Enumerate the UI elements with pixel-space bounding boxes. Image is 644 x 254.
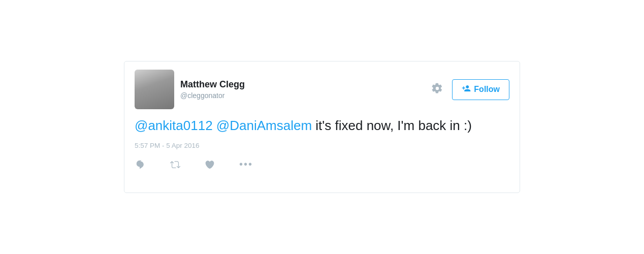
like-icon: [205, 160, 215, 170]
gear-icon: [432, 83, 443, 97]
tweet-header: Matthew Clegg @cleggonator Follow: [135, 70, 509, 109]
tweet-body: @ankita0112 @DaniAmsalem it's fixed now,…: [135, 116, 509, 135]
tweet-card: Matthew Clegg @cleggonator Follow: [124, 61, 520, 193]
follow-person-icon: [462, 84, 471, 93]
tweet-body-text: it's fixed now, I'm back in :): [312, 118, 472, 133]
follow-icon: [462, 84, 471, 96]
gear-svg: [432, 83, 443, 94]
retweet-icon: [170, 160, 180, 170]
retweet-button[interactable]: [169, 158, 181, 171]
user-handle: @cleggonator: [180, 91, 245, 100]
reply-button[interactable]: [135, 158, 147, 171]
tweet-header-left: Matthew Clegg @cleggonator: [135, 70, 245, 109]
tweet-timestamp: 5:57 PM - 5 Apr 2016: [135, 142, 509, 149]
like-button[interactable]: [204, 158, 216, 171]
reply-icon: [136, 160, 146, 170]
mention-1[interactable]: @ankita0112: [135, 118, 213, 133]
follow-label: Follow: [474, 85, 500, 94]
user-info: Matthew Clegg @cleggonator: [180, 79, 245, 100]
avatar: [135, 70, 174, 109]
tweet-header-right: Follow: [430, 79, 509, 100]
user-name: Matthew Clegg: [180, 79, 245, 90]
tweet-actions: •••: [135, 157, 509, 171]
follow-button[interactable]: Follow: [452, 79, 509, 100]
more-button[interactable]: •••: [238, 157, 254, 171]
mention-2-text[interactable]: @DaniAmsalem: [216, 118, 312, 133]
more-icon: •••: [239, 158, 253, 170]
avatar-image: [135, 70, 174, 109]
settings-button[interactable]: [430, 81, 445, 99]
